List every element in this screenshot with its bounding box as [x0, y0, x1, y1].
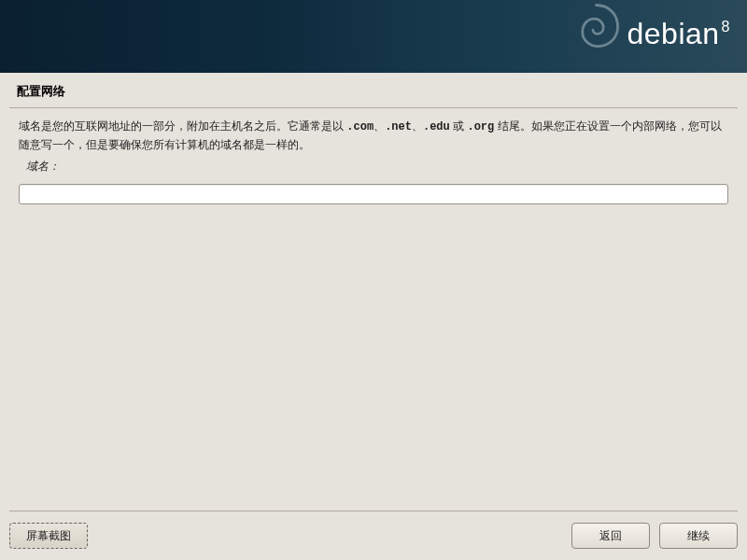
domain-input[interactable]: [19, 184, 728, 204]
screenshot-button[interactable]: 屏幕截图: [9, 523, 88, 549]
description-text: 域名是您的互联网地址的一部分，附加在主机名之后。它通常是以 .com、.net、…: [19, 118, 728, 153]
debian-swirl-icon: [560, 0, 626, 61]
ext-edu: .edu: [423, 120, 450, 133]
installer-banner: debian 8: [0, 0, 747, 73]
back-button[interactable]: 返回: [571, 523, 650, 549]
ext-com: .com: [346, 120, 374, 133]
ext-net: .net: [385, 120, 412, 133]
button-bar: 屏幕截图 继续 返回: [0, 519, 747, 556]
continue-button[interactable]: 继续: [659, 523, 738, 549]
brand-title: debian 8: [627, 17, 731, 51]
main-panel: 域名是您的互联网地址的一部分，附加在主机名之后。它通常是以 .com、.net、…: [9, 108, 738, 511]
desc-before: 域名是您的互联网地址的一部分，附加在主机名之后。它通常是以: [19, 119, 346, 133]
domain-field-label: 域名：: [26, 159, 728, 175]
ext-org: .org: [467, 120, 494, 133]
page-title: 配置网络: [0, 73, 747, 107]
brand-version: 8: [722, 19, 730, 35]
brand-name: debian: [627, 17, 720, 51]
